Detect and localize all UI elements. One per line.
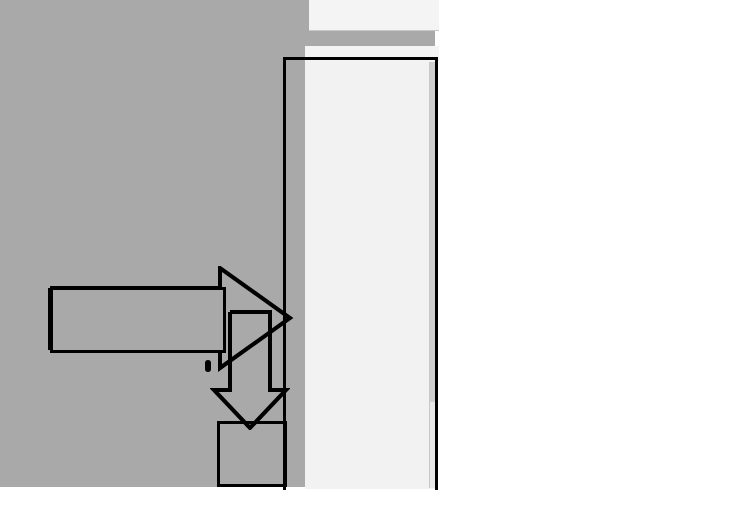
annotation-dot (205, 360, 211, 372)
color-palette (309, 0, 439, 31)
annotation-text-1 (50, 287, 226, 353)
annotation-tall-frame (283, 57, 438, 490)
annotation-text-2 (217, 421, 287, 487)
